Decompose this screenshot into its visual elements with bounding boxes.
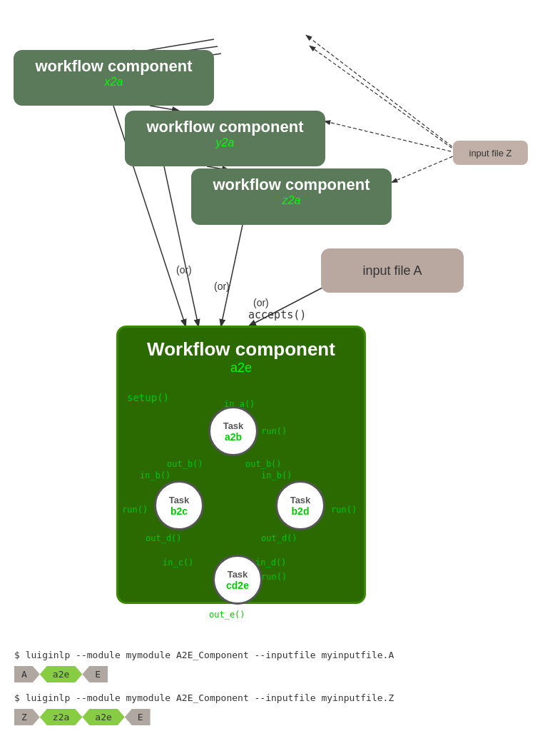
pipeline-z: Z z2a a2e E bbox=[14, 709, 521, 725]
pipe-node-A: A bbox=[14, 666, 40, 682]
run-cd2e: run() bbox=[261, 572, 287, 582]
svg-line-3 bbox=[392, 154, 458, 182]
svg-line-2 bbox=[325, 121, 457, 153]
in-d-label: in_d() bbox=[255, 558, 286, 568]
or-label-3: (or) bbox=[253, 297, 269, 308]
wf-box-y2a-subtitle: y2a bbox=[139, 136, 311, 149]
in-c-label: in_c() bbox=[163, 558, 193, 568]
task-a2b: Task a2b bbox=[208, 406, 258, 456]
svg-line-1 bbox=[310, 46, 457, 151]
wf-box-y2a: workflow component y2a bbox=[125, 111, 325, 166]
pipe-node-E-2: E bbox=[125, 709, 151, 725]
svg-line-0 bbox=[307, 36, 457, 150]
pipeline-a: A a2e E bbox=[14, 666, 521, 682]
run-a2b: run() bbox=[261, 426, 287, 436]
pipe-node-E: E bbox=[82, 666, 108, 682]
run-b2d: run() bbox=[331, 505, 357, 515]
main-wf-box: Workflow component a2e setup() in_a() Ta… bbox=[116, 326, 366, 604]
task-cd2e: Task cd2e bbox=[213, 555, 263, 605]
or-label-1: (or) bbox=[176, 264, 192, 276]
out-b-right: out_b() bbox=[245, 459, 282, 469]
command-line-1: $ luiginlp --module mymodule A2E_Compone… bbox=[14, 650, 521, 660]
wf-box-x2a: workflow component x2a bbox=[14, 50, 214, 106]
setup-label: setup() bbox=[127, 392, 169, 403]
run-b2c: run() bbox=[122, 505, 148, 515]
task-b2c: Task b2c bbox=[154, 480, 204, 530]
pipe-node-Z: Z bbox=[14, 709, 40, 725]
bottom-area: $ luiginlp --module mymodule A2E_Compone… bbox=[0, 642, 535, 742]
wf-box-z2a-subtitle: z2a bbox=[205, 194, 377, 207]
out-d-left: out_d() bbox=[146, 533, 182, 543]
pipe-node-a2e: a2e bbox=[40, 666, 82, 682]
pipe-node-z2a: z2a bbox=[40, 709, 82, 725]
in-b-left: in_b() bbox=[140, 470, 170, 480]
wf-box-x2a-title: workflow component bbox=[28, 57, 200, 76]
main-wf-subtitle: a2e bbox=[129, 361, 353, 376]
in-b-right: in_b() bbox=[261, 470, 292, 480]
out-d-right: out_d() bbox=[261, 533, 297, 543]
diagram-area: workflow component x2a workflow componen… bbox=[0, 0, 535, 642]
wf-box-x2a-subtitle: x2a bbox=[28, 76, 200, 89]
wf-box-z2a-title: workflow component bbox=[205, 176, 377, 194]
wf-box-y2a-title: workflow component bbox=[139, 118, 311, 136]
accepts-label: accepts() bbox=[248, 308, 306, 321]
pipe-node-a2e-2: a2e bbox=[82, 709, 124, 725]
or-label-2: (or) bbox=[214, 281, 230, 292]
main-wf-title: Workflow component bbox=[129, 338, 353, 361]
input-file-a: input file A bbox=[321, 248, 464, 293]
input-file-z: input file Z bbox=[453, 141, 528, 165]
svg-line-7 bbox=[150, 106, 178, 111]
out-e-label: out_e() bbox=[209, 610, 245, 620]
task-b2d: Task b2d bbox=[275, 480, 325, 530]
wf-box-z2a: workflow component z2a bbox=[191, 168, 392, 225]
svg-line-11 bbox=[221, 225, 243, 326]
command-line-2: $ luiginlp --module mymodule A2E_Compone… bbox=[14, 692, 521, 703]
out-b-left: out_b() bbox=[167, 459, 203, 469]
